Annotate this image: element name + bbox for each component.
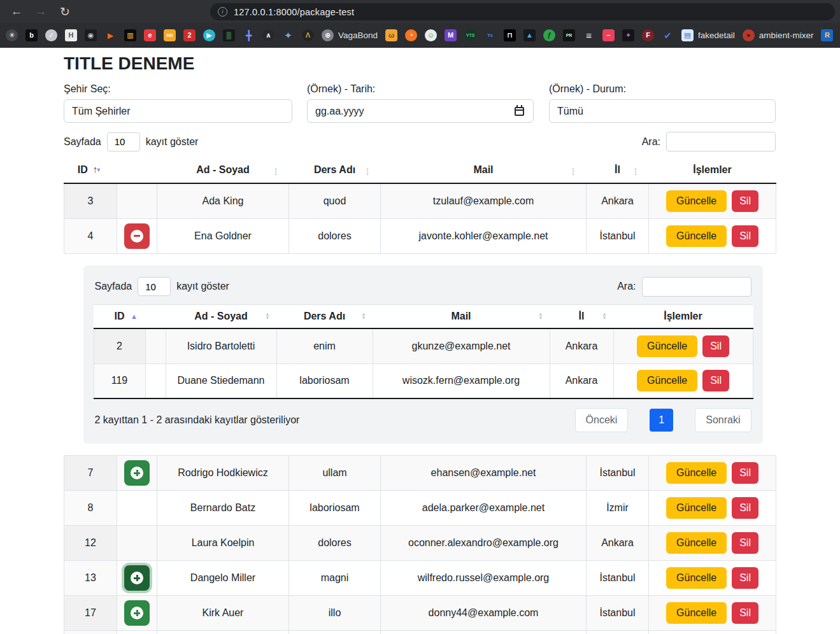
- bookmark-arrow-orange[interactable]: ►: [104, 29, 117, 41]
- status-filter-select[interactable]: Tümü: [549, 99, 776, 123]
- cell-course: laboriosam: [276, 363, 373, 398]
- bookmark-e-red[interactable]: e: [144, 29, 156, 41]
- update-button[interactable]: Güncelle: [666, 602, 727, 624]
- header-city[interactable]: İl↑↓: [587, 157, 649, 183]
- cell-course: illo: [289, 596, 381, 631]
- bookmark-play-teal[interactable]: ▶: [203, 29, 215, 41]
- bookmark-openai[interactable]: ✳: [6, 29, 18, 41]
- update-button[interactable]: Güncelle: [666, 532, 727, 554]
- child-page-length-input[interactable]: [138, 277, 171, 296]
- bookmark-a-caret[interactable]: ∧: [262, 29, 274, 41]
- bookmark-yts[interactable]: YTS: [464, 29, 476, 41]
- delete-button[interactable]: Sil: [702, 370, 729, 391]
- bookmark-pixel-art[interactable]: ▒: [223, 29, 235, 41]
- cell-actions: Güncelle Sil: [649, 218, 776, 253]
- plus-circle-icon: [131, 572, 143, 584]
- header-name[interactable]: Ad - Soyad↑↓: [157, 157, 289, 183]
- bookmark-chibi[interactable]: ✦: [282, 29, 294, 41]
- bookmark-hd-badge[interactable]: HD: [164, 29, 176, 41]
- child-header-mail[interactable]: Mail▲▼: [373, 304, 550, 328]
- bookmark-gray-slash[interactable]: ✓: [45, 29, 57, 41]
- bookmark-red-dash[interactable]: –: [602, 29, 615, 41]
- page-length-input[interactable]: [107, 132, 140, 151]
- address-bar[interactable]: i 127.0.0.1:8000/package-test: [210, 3, 835, 20]
- update-button[interactable]: Güncelle: [666, 567, 727, 589]
- bookmark-check-blue[interactable]: ✔: [662, 29, 674, 41]
- delete-button[interactable]: Sil: [732, 190, 758, 212]
- bookmark-ys-blue[interactable]: Ys: [484, 29, 496, 41]
- cell-mail: oconner.alexandro@example.org: [381, 526, 587, 561]
- header-mail[interactable]: Mail↑↓: [381, 157, 587, 183]
- bookmark-elephant[interactable]: ◉: [85, 29, 97, 41]
- header-course[interactable]: Ders Adı↑↓: [289, 157, 381, 183]
- calendar-icon[interactable]: [515, 107, 524, 116]
- expand-row-button[interactable]: [124, 600, 150, 626]
- update-button[interactable]: Güncelle: [666, 462, 727, 484]
- pixel-art-favicon: ▒: [223, 29, 235, 41]
- forward-icon[interactable]: →: [33, 4, 48, 18]
- cell-id: 13: [64, 561, 117, 596]
- url-text: 127.0.0.1:8000/package-test: [234, 7, 354, 17]
- site-info-icon[interactable]: i: [218, 7, 227, 17]
- collapse-row-button[interactable]: [124, 223, 150, 249]
- search-input[interactable]: [666, 132, 776, 151]
- bookmark-retro-tv[interactable]: ▥: [124, 29, 136, 41]
- bookmark-fakedetail[interactable]: ▤fakedetail: [681, 29, 735, 41]
- bookmark-b-dark[interactable]: b: [25, 29, 38, 41]
- bookmark-drive[interactable]: ▲: [523, 29, 536, 41]
- cell-actions: Güncelle Sil: [649, 491, 776, 526]
- bookmark-f-green[interactable]: ƒ: [543, 29, 555, 41]
- delete-button[interactable]: Sil: [732, 497, 758, 519]
- cell-actions: Güncelle Sil: [649, 526, 776, 561]
- child-header-name[interactable]: Ad - Soyad▲▼: [166, 304, 276, 328]
- delete-button[interactable]: Sil: [732, 567, 758, 589]
- child-header-course[interactable]: Ders Adı▲▼: [276, 304, 373, 328]
- bookmark-cross-purple[interactable]: ╋: [243, 29, 255, 41]
- bookmark-globe[interactable]: ⊕VagaBond: [322, 29, 378, 41]
- bookmark-pr[interactable]: PR: [563, 29, 575, 41]
- delete-button[interactable]: Sil: [732, 532, 758, 554]
- update-button[interactable]: Güncelle: [637, 370, 697, 391]
- header-id[interactable]: ID↑▼: [64, 157, 117, 183]
- bookmark-f-darkred[interactable]: F: [642, 29, 654, 41]
- page-title: TITLE DENEME: [64, 53, 194, 74]
- delete-button[interactable]: Sil: [732, 602, 758, 624]
- child-search-input[interactable]: [642, 277, 751, 297]
- bookmark-r-blue[interactable]: R: [821, 29, 833, 41]
- city-filter-select[interactable]: Tüm Şehirler: [64, 99, 292, 123]
- cell-id: 8: [64, 491, 117, 526]
- update-button[interactable]: Güncelle: [637, 335, 697, 357]
- bookmark-a-gold[interactable]: Λ: [302, 29, 314, 41]
- previous-page-button[interactable]: Önceki: [575, 408, 629, 432]
- bookmark-m-purple[interactable]: M: [445, 29, 457, 41]
- bookmark-monkey[interactable]: ☺: [425, 29, 437, 41]
- delete-button[interactable]: Sil: [702, 335, 729, 357]
- update-button[interactable]: Güncelle: [666, 497, 727, 519]
- delete-button[interactable]: Sil: [732, 462, 758, 484]
- delete-button[interactable]: Sil: [732, 225, 758, 247]
- cell-name: Kirk Auer: [157, 596, 289, 631]
- bookmark-frame-black[interactable]: ⊓: [504, 29, 516, 41]
- child-header-city[interactable]: İl▲▼: [550, 304, 613, 328]
- cell-actions: Güncelle Sil: [649, 561, 776, 596]
- expand-row-button[interactable]: [124, 460, 150, 486]
- update-button[interactable]: Güncelle: [666, 225, 727, 247]
- cell-expander: [117, 218, 157, 253]
- next-page-button[interactable]: Sonraki: [695, 408, 751, 432]
- bookmark-ambient[interactable]: ●ambient-mixer: [743, 29, 814, 41]
- bookmark-moth[interactable]: ✦: [622, 29, 634, 41]
- bookmark-crunchyroll[interactable]: ◔: [405, 29, 417, 41]
- reload-icon[interactable]: ↻: [57, 4, 73, 19]
- expand-row-button-focused[interactable]: [124, 565, 150, 591]
- child-header-id[interactable]: ID▲: [94, 304, 145, 328]
- back-icon[interactable]: ←: [9, 4, 24, 18]
- bookmark-rings[interactable]: ≡: [583, 29, 595, 41]
- date-filter-input[interactable]: gg.aa.yyyy: [307, 99, 534, 123]
- bookmark-two-red[interactable]: 2: [183, 29, 196, 41]
- child-header-row: ID▲ Ad - Soyad▲▼ Ders Adı▲▼ Mail▲▼ İl▲▼ …: [94, 304, 753, 328]
- current-page-button[interactable]: 1: [650, 409, 673, 432]
- bookmark-h-serif[interactable]: H: [65, 29, 77, 41]
- update-button[interactable]: Güncelle: [666, 190, 727, 212]
- status-filter-label: (Örnek) - Durum:: [549, 83, 776, 95]
- bookmark-cat[interactable]: ω: [385, 29, 397, 41]
